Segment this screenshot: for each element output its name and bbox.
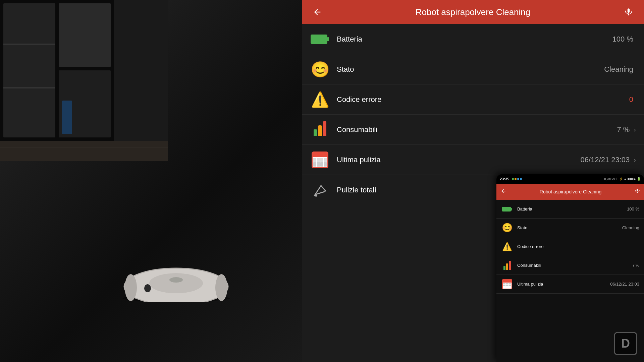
calendar-icon — [310, 150, 330, 170]
batteria-label: Batteria — [337, 35, 612, 44]
smiley-icon: 😊 — [310, 59, 330, 79]
phone-time: 23:35 — [500, 177, 509, 181]
svg-point-12 — [149, 273, 203, 293]
phone-stato-label: Stato — [517, 225, 622, 230]
warning-icon: ⚠️ — [310, 89, 330, 110]
phone-batteria-label: Batteria — [517, 206, 627, 212]
background-photo — [0, 0, 302, 362]
svg-line-21 — [321, 186, 326, 191]
phone-batteria-value: 100 % — [627, 206, 639, 212]
svg-point-14 — [144, 284, 151, 292]
svg-point-16 — [125, 274, 137, 301]
phone-header-title: Robot aspirapolvere Cleaning — [510, 189, 631, 194]
svg-rect-23 — [502, 207, 511, 212]
phone-battery-icon — [501, 203, 513, 215]
phone-right-icons: 0,7KB/s ☾ ⚡ ▲ ■■■ ▶ 🔋 — [604, 177, 641, 181]
stato-value: Cleaning — [604, 65, 633, 74]
phone-mic-button[interactable] — [635, 188, 640, 195]
header-title: Robot aspirapolvere Cleaning — [330, 7, 616, 17]
list-item-batteria: Batteria 100 % — [302, 24, 644, 54]
phone-calendar-icon — [501, 278, 513, 290]
app-header: Robot aspirapolvere Cleaning — [302, 0, 644, 24]
phone-consumabili-value: 7 % — [632, 263, 639, 268]
phone-status-icons — [512, 178, 522, 180]
phone-warning-icon: ⚠️ — [501, 241, 513, 253]
phone-list-item-codice-errore: ⚠️ Codice errore — [496, 237, 644, 256]
phone-ultima-pulizia-label: Ultima pulizia — [517, 282, 610, 287]
phone-list-item-ultima-pulizia: Ultima pulizia 06/12/21 23:03 — [496, 275, 644, 294]
phone-list-item-batteria: Batteria 100 % — [496, 200, 644, 219]
phone-list-item-consumabili: Consumabili 7 % — [496, 256, 644, 275]
svg-rect-7 — [3, 87, 55, 88]
ultima-pulizia-label: Ultima pulizia — [337, 156, 581, 164]
phone-barchart-icon — [501, 259, 513, 272]
phone-list-item-stato: 😊 Stato Cleaning — [496, 219, 644, 237]
svg-rect-4 — [59, 3, 111, 67]
svg-rect-19 — [327, 37, 329, 41]
mic-button[interactable] — [621, 5, 636, 19]
svg-rect-18 — [311, 35, 327, 44]
phone-back-button[interactable] — [500, 188, 506, 196]
consumabili-chevron: › — [634, 126, 636, 133]
list-item-ultima-pulizia[interactable]: Ultima pulizia 06/12/21 23:03 › — [302, 145, 644, 175]
codice-errore-label: Codice errore — [337, 95, 629, 104]
list-item-codice-errore: ⚠️ Codice errore 0 — [302, 84, 644, 115]
phone-smiley-icon: 😊 — [501, 222, 513, 234]
consumabili-value: 7 % — [617, 125, 630, 134]
svg-rect-24 — [511, 208, 512, 210]
ultima-pulizia-value: 06/12/21 23:03 — [581, 156, 630, 164]
robot-vacuum-silhouette — [117, 261, 235, 302]
ultima-pulizia-chevron: › — [634, 156, 636, 164]
phone-consumabili-label: Consumabili — [517, 263, 632, 268]
phone-header: Robot aspirapolvere Cleaning — [496, 184, 644, 200]
phone-overlay: 23:35 0,7KB/s ☾ ⚡ ▲ ■■■ ▶ 🔋 Robot aspira… — [496, 174, 644, 362]
svg-rect-1 — [0, 141, 168, 161]
svg-point-17 — [215, 274, 227, 301]
codice-errore-value: 0 — [629, 95, 633, 104]
d-logo-watermark: D — [614, 332, 637, 355]
list-item-consumabili[interactable]: Consumabili 7 % › — [302, 115, 644, 145]
svg-rect-3 — [3, 3, 55, 137]
svg-rect-6 — [3, 44, 55, 45]
barchart-icon — [310, 120, 330, 140]
furniture-silhouette — [0, 0, 168, 161]
svg-rect-9 — [0, 147, 168, 148]
stato-label: Stato — [337, 65, 604, 74]
battery-icon — [310, 29, 330, 49]
phone-stato-value: Cleaning — [622, 225, 639, 230]
svg-point-13 — [169, 277, 183, 283]
consumabili-label: Consumabili — [337, 125, 617, 134]
back-button[interactable] — [310, 5, 325, 19]
phone-ultima-pulizia-value: 06/12/21 23:03 — [610, 282, 639, 287]
phone-codice-errore-label: Codice errore — [517, 244, 639, 249]
svg-rect-8 — [62, 101, 72, 134]
list-item-stato: 😊 Stato Cleaning — [302, 54, 644, 84]
pulizie-icon — [310, 180, 330, 200]
phone-status-bar: 23:35 0,7KB/s ☾ ⚡ ▲ ■■■ ▶ 🔋 — [496, 174, 644, 184]
batteria-value: 100 % — [612, 35, 633, 44]
